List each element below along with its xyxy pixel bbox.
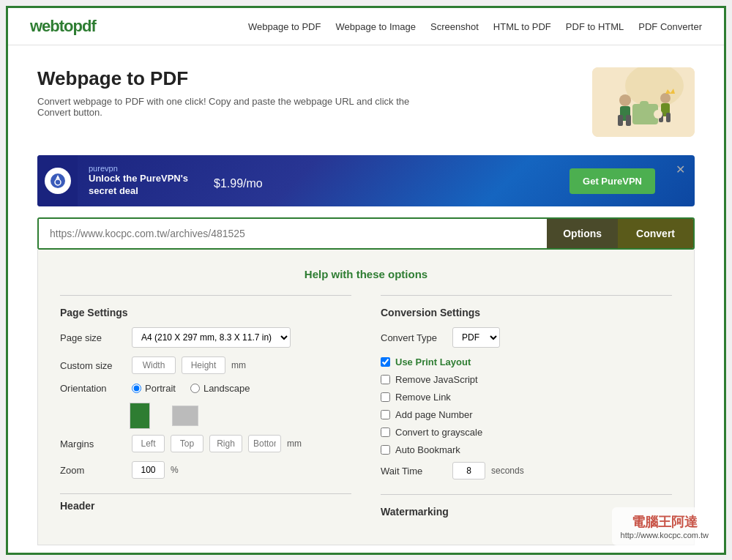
orientation-landscape-radio[interactable]: Landscape [190,383,250,394]
nav-webpage-to-pdf[interactable]: Webpage to PDF [248,21,321,32]
add-page-number-checkbox[interactable] [381,410,390,419]
main-nav: Webpage to PDF Webpage to Image Screensh… [248,21,702,32]
margin-bottom-input[interactable] [248,435,281,452]
options-button[interactable]: Options [547,219,618,248]
page-description: Convert webpage to PDF with one click! C… [37,96,433,118]
svg-point-12 [654,110,662,119]
nav-html-to-pdf[interactable]: HTML to PDF [493,21,551,32]
conversion-settings-col: Conversion Settings Convert Type PDF PNG… [381,295,672,526]
conversion-settings-heading: Conversion Settings [381,307,672,318]
options-title: Help with these options [60,268,672,280]
svg-point-2 [619,94,631,106]
remove-link-checkbox[interactable] [381,392,390,402]
header-section-heading: Header [60,500,351,512]
ad-close-icon[interactable]: ✕ [670,159,691,180]
nav-pdf-converter[interactable]: PDF Converter [638,21,702,32]
svg-point-6 [660,93,671,103]
remove-javascript-label: Remove JavaScript [395,374,478,385]
margins-unit: mm [287,438,302,449]
page-size-select[interactable]: A4 (210 X 297 mm, 8.3 X 11.7 in) [132,327,291,348]
use-print-layout-checkbox[interactable] [381,357,390,367]
svg-rect-5 [626,115,631,126]
options-panel: Help with these options Page Settings Pa… [37,250,695,545]
margin-top-input[interactable] [171,435,203,452]
watermarking-heading: Watermarking [381,506,672,518]
add-page-number-label: Add page Number [395,409,473,420]
ad-price: $1.99/mo [199,169,277,193]
ad-vpn-logo [37,155,78,206]
custom-height-input[interactable] [182,356,225,374]
zoom-input[interactable] [132,461,165,479]
convert-button[interactable]: Convert [618,219,693,248]
url-input[interactable] [39,219,547,248]
page-settings-col: Page Settings Page size A4 (210 X 297 mm… [60,295,351,526]
svg-rect-11 [640,101,649,107]
custom-width-input[interactable] [132,356,176,374]
zoom-percent: % [171,465,179,475]
url-bar: Options Convert [37,217,695,250]
seconds-label: seconds [491,466,524,476]
hero-illustration [592,67,695,141]
custom-size-unit: mm [231,360,246,370]
nav-screenshot[interactable]: Screenshot [430,21,479,32]
site-logo[interactable]: webtopdf [30,17,96,36]
ad-banner: purevpn Unlock the PureVPN's secret deal… [37,155,695,206]
custom-size-label: Custom size [60,360,126,371]
svg-rect-4 [618,115,623,126]
margins-label: Margins [60,438,126,449]
svg-rect-9 [666,113,671,122]
ad-vpn-text: purevpn Unlock the PureVPN's secret deal [78,164,199,198]
auto-bookmark-label: Auto Bookmark [395,444,460,455]
remove-javascript-checkbox[interactable] [381,375,390,384]
orientation-portrait-radio[interactable]: Portrait [132,383,176,394]
get-purevpn-button[interactable]: Get PureVPN [569,168,655,194]
page-size-label: Page size [60,332,126,343]
orientation-label: Orientation [60,383,126,394]
remove-link-label: Remove Link [395,392,451,403]
nav-webpage-to-image[interactable]: Webpage to Image [335,21,416,32]
use-print-layout-label: Use Print Layout [395,356,471,367]
page-settings-heading: Page Settings [60,307,351,318]
wait-time-label: Wait Time [381,466,447,477]
wait-time-input[interactable] [452,462,485,479]
convert-type-select[interactable]: PDF PNG JPG [452,327,500,348]
ad-cta[interactable]: Get PureVPN [569,168,655,194]
landscape-preview [172,406,198,426]
margin-left-input[interactable] [132,435,165,452]
auto-bookmark-checkbox[interactable] [381,445,390,455]
page-title: Webpage to PDF [37,67,433,90]
convert-type-label: Convert Type [381,332,447,343]
zoom-label: Zoom [60,465,126,476]
convert-grayscale-checkbox[interactable] [381,428,390,437]
portrait-preview [130,403,150,429]
margin-right-input[interactable] [209,435,242,452]
nav-pdf-to-html[interactable]: PDF to HTML [566,21,624,32]
convert-grayscale-label: Convert to grayscale [395,427,482,438]
